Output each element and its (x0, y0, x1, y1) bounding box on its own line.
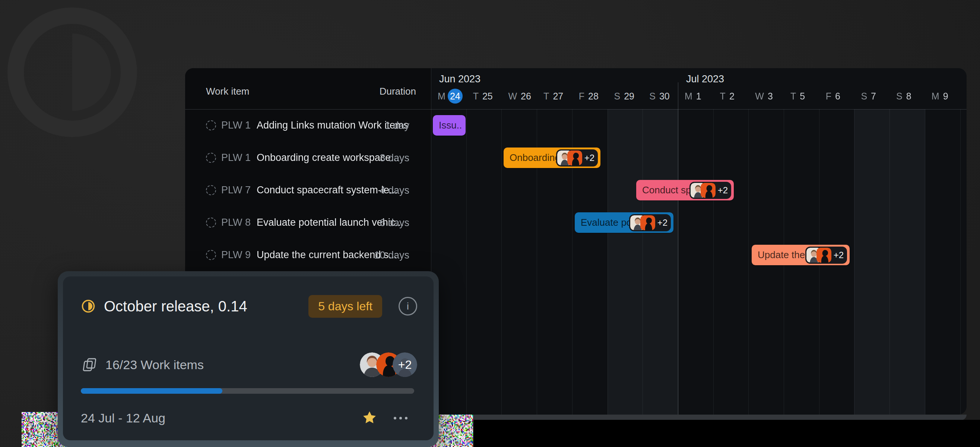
bottom-black-band (474, 420, 980, 447)
info-icon[interactable]: i (399, 297, 417, 315)
work-item-column-header: Work item (206, 86, 250, 97)
date-label: 5 (800, 91, 805, 102)
date-label: 1 (696, 91, 702, 102)
month-label: Jul 2023 (686, 73, 724, 85)
gantt-bar[interactable]: Evaluate pote...+2 (575, 212, 673, 233)
work-item-id: PLW 8 (221, 217, 251, 228)
gantt-bar[interactable]: Conduct spac...+2 (636, 180, 734, 200)
assignee-overflow-count: +2 (834, 250, 844, 260)
day-header-cell: M1 (678, 88, 713, 104)
work-item-row[interactable]: PLW 1Onboarding create workspace...3 day… (185, 142, 431, 174)
day-of-week-label: F (579, 91, 584, 102)
work-items-stack-icon (81, 356, 97, 373)
assignee-avatars: +2 (805, 247, 847, 264)
days-left-badge: 5 days left (309, 295, 382, 318)
grid-column (854, 109, 890, 415)
day-header-cell: T (960, 88, 967, 104)
avatar-overflow: +2 (393, 352, 417, 377)
status-backlog-icon (206, 120, 216, 130)
assignee-overflow-count: +2 (718, 185, 728, 196)
grid-column (678, 109, 714, 415)
day-header-cell: F28 (572, 88, 608, 104)
day-of-week-label: T (544, 91, 549, 102)
status-backlog-icon (206, 250, 216, 260)
grid-column (960, 109, 967, 415)
assignee-avatars: +2 (629, 214, 671, 231)
work-item-row[interactable]: PLW 1Adding Links mutation Work items1 d… (185, 109, 431, 142)
day-of-week-label: S (614, 91, 620, 102)
work-item-duration: 6 days (380, 217, 409, 228)
work-items-count: 16/23 Work items (105, 358, 204, 372)
work-item-duration: 1 day (385, 119, 409, 131)
work-item-row[interactable]: PLW 9Update the current backend s...10 d… (185, 239, 431, 271)
work-item-id: PLW 9 (221, 249, 251, 261)
avatar-stack: +2 (360, 352, 417, 377)
day-header-cell: S29 (608, 88, 643, 104)
date-label: 26 (521, 91, 531, 102)
assignee-avatars: +2 (689, 182, 731, 199)
app-canvas: Work item Duration PLW 1Adding Links mut… (0, 0, 980, 447)
day-of-week-label: W (508, 91, 517, 102)
avatar-overflow-count: +2 (393, 352, 417, 377)
card-actions (362, 410, 407, 426)
day-header-cell: M24 (431, 88, 466, 104)
day-header-cell: M9 (925, 88, 960, 104)
duration-column-header: Duration (380, 86, 416, 97)
work-item-duration: 3 days (380, 152, 409, 164)
date-label: 30 (659, 91, 670, 102)
status-backlog-icon (206, 153, 216, 163)
list-header: Work item Duration (185, 68, 431, 109)
gantt-bar-label: Issu.. (439, 119, 462, 131)
gantt-bar[interactable]: Update the cu...+2 (752, 245, 850, 265)
assignee-overflow-count: +2 (657, 218, 668, 228)
release-card-body: October release, 0.14 5 days left i 16/2… (63, 277, 434, 440)
grid-column (713, 109, 749, 415)
grid-column (889, 109, 925, 415)
release-card: October release, 0.14 5 days left i 16/2… (58, 271, 439, 447)
card-title-row: October release, 0.14 5 days left i (81, 292, 417, 320)
work-item-row[interactable]: PLW 8Evaluate potential launch vehic...6… (185, 206, 431, 239)
cycle-progress-icon (81, 299, 96, 313)
gantt-bar[interactable]: Onboarding c...+2 (504, 148, 600, 168)
day-of-week-label: M (685, 91, 692, 102)
month-label: Jun 2023 (439, 73, 480, 85)
release-progress-fill (81, 388, 223, 394)
grid-column (466, 109, 502, 415)
day-header-cell: W3 (748, 88, 784, 104)
day-header-cell: S30 (643, 88, 678, 104)
date-label: 28 (588, 91, 598, 102)
date-label: 8 (906, 91, 912, 102)
day-of-week-label: W (755, 91, 764, 102)
day-of-week-label: S (649, 91, 655, 102)
today-date-badge: 24 (448, 89, 463, 103)
date-label: 2 (729, 91, 735, 102)
day-header-cell: F6 (819, 88, 854, 104)
watermark-contrast-icon (2, 2, 143, 143)
day-of-week-label: T (720, 91, 725, 102)
date-label: 25 (482, 91, 493, 102)
work-item-duration: 10 days (374, 249, 409, 261)
card-work-items-row: 16/23 Work items (81, 350, 417, 379)
month-boundary-line (678, 82, 678, 415)
more-options-icon[interactable] (394, 417, 407, 420)
date-label: 9 (943, 91, 948, 102)
day-of-week-label: T (791, 91, 796, 102)
day-header-cell: T5 (784, 88, 819, 104)
date-range: 24 Jul - 12 Aug (81, 411, 165, 425)
gantt-bar[interactable]: Issu.. (433, 115, 466, 135)
day-of-week-label: S (896, 91, 902, 102)
day-header-cell: W26 (501, 88, 537, 104)
work-item-duration: 4 days (380, 185, 409, 196)
work-item-row[interactable]: PLW 7Conduct spacecraft system-le...4 da… (185, 174, 431, 206)
release-progress-bar (81, 388, 414, 394)
date-label: 7 (871, 91, 876, 102)
date-label: 6 (835, 91, 840, 102)
favorite-star-icon[interactable] (362, 410, 377, 426)
work-item-id: PLW 1 (221, 152, 251, 164)
day-header-cell: T25 (466, 88, 502, 104)
work-item-title: Onboarding create workspace... (257, 152, 399, 164)
assignee-overflow-count: +2 (584, 153, 595, 163)
status-backlog-icon (206, 218, 216, 227)
grid-column (925, 109, 961, 415)
work-item-title: Conduct spacecraft system-le... (257, 185, 398, 196)
